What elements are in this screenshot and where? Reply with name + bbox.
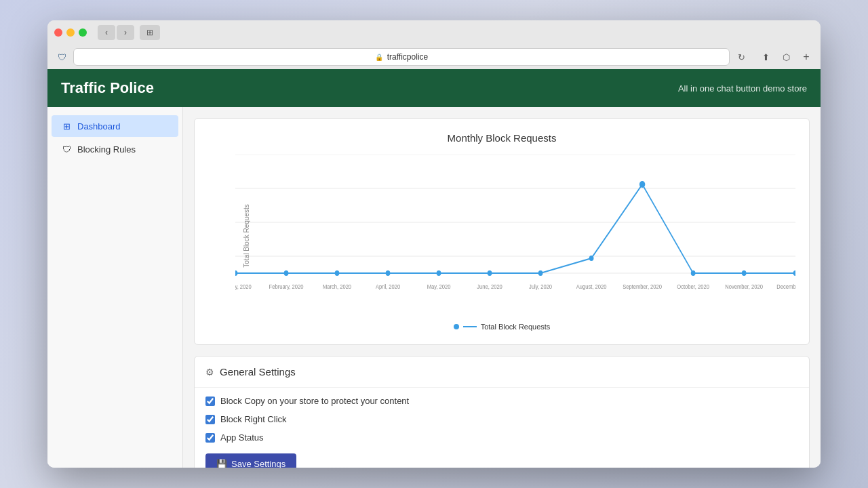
svg-point-21 [793, 270, 795, 276]
app-status-label: App Status [220, 432, 264, 443]
refresh-button[interactable]: ↻ [734, 49, 749, 64]
svg-text:July, 2020: July, 2020 [529, 283, 552, 290]
sidebar-item-blocking-rules[interactable]: 🛡 Blocking Rules [52, 138, 178, 160]
settings-header: ⚙ General Settings [195, 357, 809, 388]
forward-button[interactable]: › [117, 25, 134, 40]
svg-text:September, 2020: September, 2020 [623, 283, 662, 290]
svg-point-17 [589, 256, 594, 261]
settings-body: Block Copy on your store to protect your… [195, 388, 809, 468]
screenshot-button[interactable]: ⬡ [777, 49, 795, 64]
browser-titlebar: ‹ › ⊞ [47, 20, 821, 45]
app-body: ⊞ Dashboard 🛡 Blocking Rules Monthly Blo… [47, 107, 821, 468]
lock-icon: 🔒 [375, 54, 383, 61]
back-button[interactable]: ‹ [98, 25, 115, 40]
svg-point-18 [639, 181, 645, 188]
share-button[interactable]: ⬆ [757, 49, 774, 64]
svg-point-11 [284, 270, 289, 276]
svg-text:December, 2020: December, 2020 [776, 283, 795, 290]
legend-line [463, 326, 477, 327]
chart-title: Monthly Block Requests [208, 132, 795, 144]
save-settings-button[interactable]: 💾 Save Settings [205, 453, 296, 468]
y-axis-label: Total Block Requests [243, 204, 250, 267]
svg-point-14 [437, 270, 441, 276]
sidebar-item-dashboard[interactable]: ⊞ Dashboard [52, 115, 178, 137]
app-title: Traffic Police [61, 79, 154, 97]
save-icon: 💾 [216, 459, 227, 468]
save-button-label: Save Settings [231, 459, 285, 468]
block-copy-label: Block Copy on your store to protect your… [220, 396, 409, 406]
block-right-click-label: Block Right Click [220, 414, 287, 424]
store-name: All in one chat button demo store [678, 83, 807, 94]
app-wrapper: Traffic Police All in one chat button de… [47, 69, 821, 468]
sidebar: ⊞ Dashboard 🛡 Blocking Rules [47, 107, 183, 468]
dashboard-icon: ⊞ [61, 121, 72, 131]
close-button[interactable] [54, 28, 62, 37]
url-text: trafficpolice [387, 52, 428, 62]
extension-shield-icon: 🛡 [54, 49, 69, 64]
chart-svg: 8 6 4 2 0 [235, 155, 795, 290]
svg-point-15 [488, 270, 492, 276]
settings-card: ⚙ General Settings Block Copy on your st… [194, 356, 810, 468]
svg-point-19 [691, 270, 696, 276]
shield-icon: 🛡 [61, 144, 72, 155]
legend-label: Total Block Requests [481, 323, 551, 331]
svg-point-20 [742, 270, 747, 276]
svg-point-13 [386, 270, 391, 276]
svg-text:April, 2020: April, 2020 [376, 283, 401, 290]
app-header: Traffic Police All in one chat button de… [47, 69, 821, 107]
chart-container: Total Block Requests 8 6 4 [208, 155, 795, 317]
svg-text:June, 2020: June, 2020 [477, 283, 502, 290]
new-tab-button[interactable]: + [799, 49, 814, 64]
chart-card: Monthly Block Requests Total Block Reque… [194, 118, 810, 345]
svg-text:November, 2020: November, 2020 [725, 283, 763, 290]
nav-buttons: ‹ › [98, 25, 134, 40]
block-right-click-row: Block Right Click [205, 414, 798, 424]
legend-dot [454, 324, 459, 329]
browser-chrome: ‹ › ⊞ 🛡 🔒 trafficpolice ↻ ⬆ ⬡ + [47, 20, 821, 69]
settings-title: General Settings [220, 366, 296, 378]
gear-icon: ⚙ [205, 367, 214, 378]
maximize-button[interactable] [79, 28, 87, 37]
svg-text:October, 2020: October, 2020 [677, 283, 709, 290]
svg-point-12 [335, 270, 340, 276]
svg-point-10 [235, 270, 237, 276]
svg-point-16 [538, 270, 543, 276]
tab-switcher-button[interactable]: ⊞ [140, 25, 160, 40]
svg-text:February, 2020: February, 2020 [269, 283, 304, 290]
block-copy-row: Block Copy on your store to protect your… [205, 396, 798, 406]
svg-text:January, 2020: January, 2020 [235, 283, 252, 290]
browser-actions: ⬆ ⬡ [757, 49, 795, 64]
url-bar[interactable]: 🔒 trafficpolice [73, 48, 730, 66]
app-status-row: App Status [205, 432, 798, 443]
traffic-lights [54, 28, 87, 37]
sidebar-item-label: Blocking Rules [77, 144, 136, 155]
chart-legend: Total Block Requests [208, 323, 795, 331]
browser-toolbar: 🛡 🔒 trafficpolice ↻ ⬆ ⬡ + [47, 45, 821, 69]
svg-text:March, 2020: March, 2020 [323, 283, 351, 290]
svg-text:August, 2020: August, 2020 [576, 283, 607, 290]
app-status-checkbox[interactable] [205, 433, 215, 443]
minimize-button[interactable] [66, 28, 75, 37]
browser-window: ‹ › ⊞ 🛡 🔒 trafficpolice ↻ ⬆ ⬡ + Traffic … [47, 20, 821, 468]
svg-text:May, 2020: May, 2020 [427, 283, 451, 290]
sidebar-item-label: Dashboard [77, 121, 121, 131]
block-copy-checkbox[interactable] [205, 396, 215, 406]
block-right-click-checkbox[interactable] [205, 415, 215, 424]
main-content: Monthly Block Requests Total Block Reque… [183, 107, 821, 468]
